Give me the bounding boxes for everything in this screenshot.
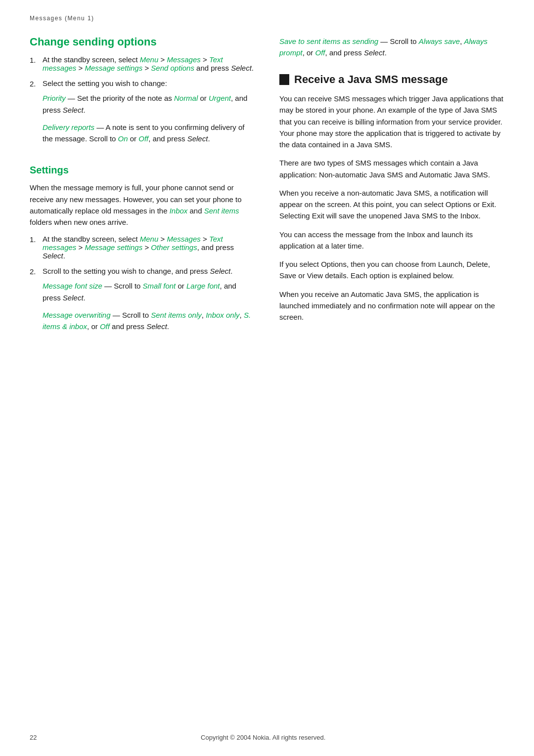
footer: 22 Copyright © 2004 Nokia. All rights re… [0, 734, 534, 741]
italic-send-options: Send options [151, 64, 194, 72]
section-java-sms: Receive a Java SMS message You can recei… [279, 73, 504, 323]
list-number: 2. [30, 79, 39, 88]
settings-list: 1. At the standby screen, select Menu > … [30, 235, 255, 338]
java-para-2: There are two types of SMS messages whic… [279, 157, 504, 180]
section-heading-settings: Settings [30, 164, 255, 176]
list-number: 1. [30, 55, 39, 64]
italic-message-settings: Message settings [85, 64, 142, 72]
java-heading-icon [279, 74, 289, 85]
change-sending-list: 1. At the standby screen, select Menu > … [30, 55, 255, 150]
message-overwriting-item: Message overwriting — Scroll to Sent ite… [43, 309, 255, 333]
list-number: 1. [30, 235, 39, 244]
java-para-6: When you receive an Automatic Java SMS, … [279, 289, 504, 323]
page: Messages (Menu 1) Change sending options… [0, 0, 534, 756]
list-content: At the standby screen, select Menu > Mes… [43, 235, 255, 260]
left-column: Change sending options 1. At the standby… [30, 36, 255, 347]
italic-messages: Messages [167, 55, 200, 64]
footer-copyright: Copyright © 2004 Nokia. All rights reser… [37, 734, 490, 741]
message-font-size-item: Message font size — Scroll to Small font… [43, 280, 255, 303]
java-sms-heading-block: Receive a Java SMS message [279, 73, 504, 86]
right-column: Save to sent items as sending — Scroll t… [279, 36, 504, 332]
indent-block-settings: Message font size — Scroll to Small font… [43, 280, 255, 332]
java-para-3: When you receive a non-automatic Java SM… [279, 187, 504, 222]
delivery-reports-item: Delivery reports — A note is sent to you… [43, 122, 255, 145]
list-content: Scroll to the setting you wish to change… [43, 267, 255, 338]
section-heading-change-sending: Change sending options [30, 36, 255, 48]
list-item: 2. Scroll to the setting you wish to cha… [30, 267, 255, 338]
indent-block: Priority — Set the priority of the note … [43, 92, 255, 144]
settings-intro: When the message memory is full, your ph… [30, 182, 255, 228]
java-para-5: If you select Options, then you can choo… [279, 258, 504, 282]
priority-item: Priority — Set the priority of the note … [43, 92, 255, 116]
list-content: At the standby screen, select Menu > Mes… [43, 55, 255, 72]
save-to-sent-items-para: Save to sent items as sending — Scroll t… [279, 36, 504, 59]
list-content: Select the setting you wish to change: P… [43, 79, 255, 150]
breadcrumb: Messages (Menu 1) [30, 15, 504, 22]
section-settings: Settings When the message memory is full… [30, 164, 255, 338]
list-item: 1. At the standby screen, select Menu > … [30, 235, 255, 260]
footer-page-number: 22 [30, 734, 37, 741]
list-item: 2. Select the setting you wish to change… [30, 79, 255, 150]
list-item: 1. At the standby screen, select Menu > … [30, 55, 255, 72]
italic-menu: Menu [140, 55, 159, 64]
java-sms-heading: Receive a Java SMS message [294, 73, 448, 86]
list-number: 2. [30, 267, 39, 276]
section-change-sending: Change sending options 1. At the standby… [30, 36, 255, 150]
two-column-layout: Change sending options 1. At the standby… [30, 36, 504, 347]
java-para-1: You can receive SMS messages which trigg… [279, 93, 504, 150]
java-para-4: You can access the message from the Inbo… [279, 229, 504, 252]
